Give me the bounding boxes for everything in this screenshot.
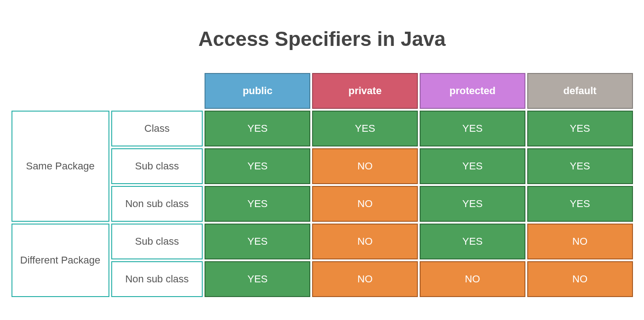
blank-corner bbox=[11, 73, 203, 109]
scope-label: Sub class bbox=[111, 148, 203, 184]
col-header-public: public bbox=[205, 73, 310, 109]
group-different-package: Different Package bbox=[11, 224, 109, 297]
value-cell: YES bbox=[205, 261, 310, 297]
scope-label: Non sub class bbox=[111, 261, 203, 297]
scope-label: Non sub class bbox=[111, 186, 203, 222]
scope-label: Class bbox=[111, 111, 203, 146]
table-row: Same Package Class YES YES YES YES bbox=[11, 111, 633, 146]
header-row: public private protected default bbox=[11, 73, 633, 109]
value-cell: YES bbox=[205, 111, 310, 146]
value-cell: NO bbox=[312, 186, 418, 222]
value-cell: YES bbox=[420, 224, 525, 259]
table-row: Different Package Sub class YES NO YES N… bbox=[11, 224, 633, 259]
page-title: Access Specifiers in Java bbox=[10, 28, 635, 51]
value-cell: NO bbox=[312, 224, 418, 259]
col-header-protected: protected bbox=[420, 73, 525, 109]
col-header-default: default bbox=[527, 73, 633, 109]
value-cell: YES bbox=[420, 148, 525, 184]
access-specifiers-table: public private protected default Same Pa… bbox=[10, 71, 635, 299]
scope-label: Sub class bbox=[111, 224, 203, 259]
value-cell: YES bbox=[527, 186, 633, 222]
value-cell: YES bbox=[312, 111, 418, 146]
value-cell: YES bbox=[205, 148, 310, 184]
group-same-package: Same Package bbox=[11, 111, 109, 222]
value-cell: YES bbox=[420, 111, 525, 146]
value-cell: YES bbox=[205, 186, 310, 222]
value-cell: YES bbox=[527, 111, 633, 146]
value-cell: NO bbox=[527, 261, 633, 297]
value-cell: YES bbox=[527, 148, 633, 184]
value-cell: NO bbox=[420, 261, 525, 297]
value-cell: NO bbox=[527, 224, 633, 259]
col-header-private: private bbox=[312, 73, 418, 109]
value-cell: YES bbox=[420, 186, 525, 222]
value-cell: NO bbox=[312, 148, 418, 184]
value-cell: YES bbox=[205, 224, 310, 259]
value-cell: NO bbox=[312, 261, 418, 297]
